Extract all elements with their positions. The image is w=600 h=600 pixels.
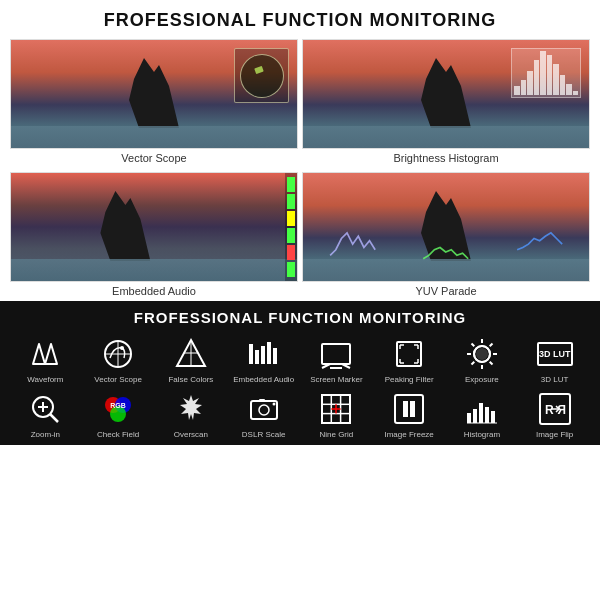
exposure-icon-cell[interactable]: Exposure [447,334,518,385]
zoomin-label: Zoom-in [31,430,60,440]
waveform-icon-cell[interactable]: Waveform [10,334,81,385]
overscan-label: Overscan [174,430,208,440]
svg-line-34 [471,362,474,365]
ninegrid-icon [310,389,362,429]
yuv-cell: YUV Parade [302,172,590,301]
waveform-icon [19,334,71,374]
svg-point-46 [259,405,269,415]
audio-bar-2 [287,194,295,209]
audio-bar-5 [287,245,295,260]
rock-silhouette-1 [129,58,179,128]
svg-point-48 [272,402,275,405]
falsecolors-icon-cell[interactable]: False Colors [156,334,227,385]
checkfield-icon-cell[interactable]: RGB Check Field [83,389,154,440]
top-section: FROFESSIONAL FUNCTION MONITORING Vector … [0,0,600,301]
svg-rect-10 [261,346,265,364]
rock-silhouette-2 [421,58,471,128]
svg-line-31 [471,344,474,347]
embeddedaudio-icon-cell[interactable]: Embedded Audio [228,334,299,385]
svg-rect-62 [485,407,489,423]
vectorscope-dot [254,66,264,74]
hbar-1 [514,86,520,95]
peakingfilter-label: Peaking Filter [385,375,434,385]
icons-row2: Zoom-in RGB Check Field Overscan [10,389,590,440]
vectorscope-circle [240,54,284,98]
hbar-7 [553,64,559,95]
svg-line-32 [490,362,493,365]
hbar-10 [573,91,579,95]
vectorscope-icon-cell[interactable]: Vector Scope [83,334,154,385]
svg-rect-60 [473,409,477,423]
yuv-v [494,216,585,261]
hbar-3 [527,71,533,95]
waveform-label: Waveform [27,375,63,385]
audio-bar-6 [287,262,295,277]
exposure-label: Exposure [465,375,499,385]
histogram-icon [456,389,508,429]
peakingfilter-icon-cell[interactable]: Peaking Filter [374,334,445,385]
svg-rect-63 [491,411,495,423]
imagefreeze-label: Image Freeze [384,430,433,440]
hbar-8 [560,75,566,95]
ninegrid-icon-cell[interactable]: Nine Grid [301,389,372,440]
histogram-icon-cell[interactable]: Histogram [447,389,518,440]
imageflip-icon: R R [529,389,581,429]
yuv-overlay [303,216,589,261]
3dlut-icon-cell[interactable]: 3D LUT 3D LUT [519,334,590,385]
audio-bar-4 [287,228,295,243]
vectorscope-cell: Vector Scope [10,39,298,168]
dsrlscale-icon-cell[interactable]: DSLR Scale [228,389,299,440]
svg-text:RGB: RGB [110,402,126,409]
svg-rect-9 [255,350,259,364]
icons-row1: Waveform Vector Scope [10,334,590,385]
water-3 [11,259,297,281]
audio-bars [285,173,297,281]
svg-line-33 [490,344,493,347]
svg-rect-8 [249,344,253,364]
embeddedaudio-label: Embedded Audio [233,375,294,385]
dsrlscale-icon [238,389,290,429]
svg-rect-56 [395,395,423,423]
brightness-label: Brightness Histogram [393,152,498,164]
yuv-label: YUV Parade [415,285,476,297]
water-1 [11,126,297,148]
svg-marker-0 [33,344,57,364]
checkfield-icon: RGB [92,389,144,429]
water-2 [303,126,589,148]
yuv-y [307,216,398,261]
zoomin-icon [19,389,71,429]
hbar-6 [547,55,553,95]
svg-rect-13 [322,344,350,364]
screenmarker-icon-cell[interactable]: Screen Marker [301,334,372,385]
bottom-title: FROFESSIONAL FUNCTION MONITORING [10,309,590,326]
hbar-2 [521,80,527,95]
screenmarker-icon [310,334,362,374]
imagefreeze-icon-cell[interactable]: Image Freeze [374,389,445,440]
3dlut-icon: 3D LUT [529,334,581,374]
checkfield-label: Check Field [97,430,139,440]
image-grid: Vector Scope [10,39,590,301]
svg-rect-59 [467,413,471,423]
rock-silhouette-3 [100,191,150,261]
screenmarker-label: Screen Marker [310,375,362,385]
vectorscope-image [10,39,298,149]
overscan-icon [165,389,217,429]
falsecolors-label: False Colors [168,375,213,385]
peakingfilter-icon [383,334,435,374]
audio-bar-3 [287,211,295,226]
embedded-label: Embedded Audio [112,285,196,297]
top-title: FROFESSIONAL FUNCTION MONITORING [10,10,590,31]
svg-rect-47 [259,399,265,402]
svg-rect-57 [403,401,408,417]
overscan-icon-cell[interactable]: Overscan [156,389,227,440]
yuv-image [302,172,590,282]
svg-text:R: R [545,403,554,417]
hbar-9 [566,84,572,95]
svg-rect-61 [479,403,483,423]
zoomin-icon-cell[interactable]: Zoom-in [10,389,81,440]
3dlut-label: 3D LUT [541,375,569,385]
vectorscope-icon-label: Vector Scope [94,375,142,385]
imageflip-icon-cell[interactable]: R R Image Flip [519,389,590,440]
svg-rect-12 [273,348,277,364]
dsrlscale-label: DSLR Scale [242,430,286,440]
